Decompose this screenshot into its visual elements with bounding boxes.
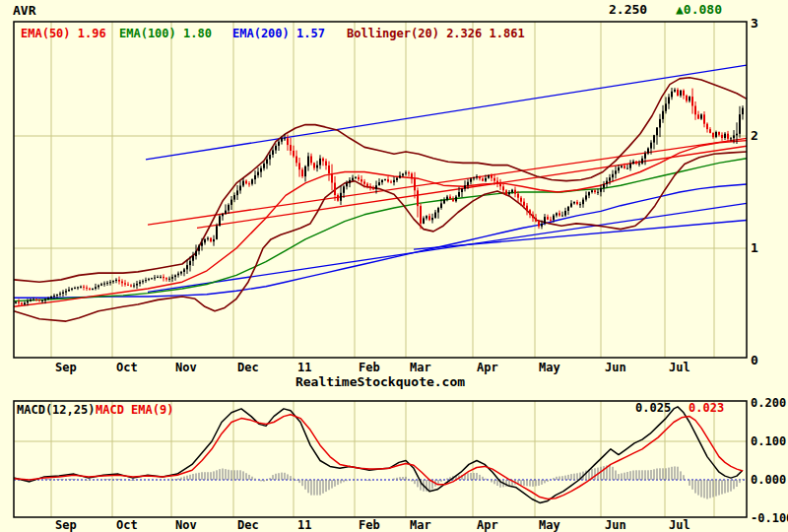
svg-text:Feb: Feb — [359, 361, 380, 374]
svg-text:0.000: 0.000 — [751, 473, 786, 487]
macd-x-axis: SepOctNovDec11FebMarAprMayJunJul — [55, 518, 690, 532]
macd-line — [14, 407, 743, 503]
price-change: ▲0.080 — [676, 2, 722, 17]
last-price: 2.250 — [609, 2, 647, 17]
price-x-axis: SepOctNovDec11FebMarAprMayJunJul — [55, 361, 690, 374]
svg-text:Oct: Oct — [116, 361, 138, 374]
svg-text:1: 1 — [751, 240, 758, 255]
price-y-axis: 3210 — [751, 16, 758, 367]
svg-text:Sep: Sep — [55, 518, 77, 532]
svg-text:Mar: Mar — [410, 361, 431, 374]
macd-signal-last-value: 0.023 — [689, 401, 724, 415]
svg-text:0: 0 — [751, 353, 758, 367]
stock-chart: SepOctNovDec11FebMarAprMayJunJul3210SepO… — [0, 0, 788, 532]
trend-channels — [146, 65, 747, 292]
svg-text:Apr: Apr — [477, 361, 498, 374]
svg-text:Jul: Jul — [669, 361, 690, 374]
ticker-symbol: AVR — [13, 3, 35, 18]
svg-text:2: 2 — [751, 128, 758, 143]
svg-text:Apr: Apr — [477, 518, 498, 532]
ema50-line — [14, 141, 747, 307]
price-panel: SepOctNovDec11FebMarAprMayJunJul3210 — [14, 16, 758, 374]
svg-text:Nov: Nov — [175, 361, 197, 374]
svg-text:0.200: 0.200 — [751, 396, 786, 410]
legend-ema200: EMA(200) 1.57 — [232, 27, 325, 40]
macd-signal-line — [14, 415, 743, 499]
svg-text:Jul: Jul — [669, 518, 690, 532]
legend-ema50: EMA(50) 1.96 — [21, 27, 106, 40]
watermark: RealtimeStockquote.com — [0, 374, 760, 389]
svg-text:-0.100: -0.100 — [751, 511, 788, 525]
svg-text:Dec: Dec — [237, 361, 259, 374]
svg-text:May: May — [539, 361, 560, 374]
svg-text:Jun: Jun — [605, 361, 626, 374]
macd-histogram — [24, 465, 743, 499]
legend-macd: MACD(12,25) — [17, 403, 95, 417]
svg-text:11: 11 — [297, 361, 311, 374]
svg-text:Feb: Feb — [359, 518, 380, 532]
legend-bollinger: Bollinger(20) 2.326 1.861 — [347, 27, 525, 40]
legend-macd-signal: MACD EMA(9) — [96, 403, 173, 417]
svg-text:Dec: Dec — [237, 518, 259, 532]
macd-y-axis: 0.2000.1000.000-0.100 — [751, 396, 788, 525]
svg-text:11: 11 — [297, 518, 311, 532]
svg-text:0.100: 0.100 — [751, 434, 786, 448]
svg-text:May: May — [539, 518, 560, 532]
svg-text:Mar: Mar — [410, 518, 431, 532]
svg-text:Sep: Sep — [55, 361, 77, 374]
macd-grid — [14, 401, 747, 517]
svg-text:Oct: Oct — [116, 518, 138, 532]
svg-text:Jun: Jun — [605, 518, 626, 532]
legend-ema100: EMA(100) 1.80 — [119, 27, 212, 40]
svg-text:3: 3 — [751, 16, 758, 31]
svg-text:Nov: Nov — [175, 518, 197, 532]
bollinger-upper-band — [14, 78, 747, 283]
chart-canvas: SepOctNovDec11FebMarAprMayJunJul3210SepO… — [0, 0, 788, 532]
macd-last-value: 0.025 — [635, 401, 671, 415]
macd-plot-border — [14, 401, 747, 517]
